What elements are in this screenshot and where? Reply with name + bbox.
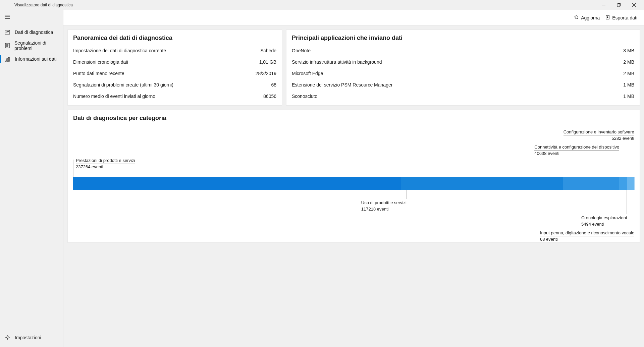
overview-card-title: Panoramica dei dati di diagnostica xyxy=(68,30,282,45)
chart-callout: Configurazione e inventario software5282… xyxy=(564,129,634,141)
refresh-button[interactable]: Aggiorna xyxy=(574,15,600,21)
callout-events: 5494 eventi xyxy=(581,221,627,227)
callout-title: Prestazioni di prodotti e servizi xyxy=(76,158,135,164)
chart-callout: Connettività e configurazione del dispos… xyxy=(534,144,619,156)
overview-row: Punto dati meno recente28/3/2019 xyxy=(73,68,276,79)
svg-rect-14 xyxy=(7,59,8,61)
hamburger-menu-button[interactable] xyxy=(1,11,14,23)
overview-value: 68 xyxy=(271,82,276,88)
svg-rect-2 xyxy=(617,4,620,7)
top-app-name: Estensione del servizio PSM Resource Man… xyxy=(292,82,392,88)
callout-title: Cronologia esplorazioni xyxy=(581,215,627,221)
close-button[interactable] xyxy=(626,0,641,10)
export-label: Esporta dati xyxy=(612,15,637,20)
sidebar-item-problem-reports[interactable]: Segnalazioni di problemi xyxy=(0,39,63,52)
sidebar-item-label: Dati di diagnostica xyxy=(15,30,53,35)
overview-key: Segnalazioni di problemi create (ultimi … xyxy=(73,82,173,88)
overview-value: Schede xyxy=(261,48,276,53)
bar-segment xyxy=(73,177,401,190)
sidebar-item-label: Informazioni sui dati xyxy=(15,56,57,62)
top-app-row: Sconosciuto1 MB xyxy=(292,91,634,102)
top-app-size: 2 MB xyxy=(623,71,634,76)
overview-key: Numero medio di eventi inviati al giorno xyxy=(73,94,155,99)
callout-events: 40638 eventi xyxy=(534,151,619,157)
callout-events: 237264 eventi xyxy=(76,164,135,170)
callout-title: Input penna, digitazione e riconosciment… xyxy=(540,230,634,236)
callout-title: Uso di prodotti e servizi xyxy=(361,200,407,206)
top-app-size: 1 MB xyxy=(623,82,634,88)
chart-callout: Uso di prodotti e servizi117218 eventi xyxy=(361,200,407,212)
sidebar-item-label: Impostazioni xyxy=(15,335,41,340)
sidebar-item-diagnostic-data[interactable]: Dati di diagnostica xyxy=(0,25,63,39)
svg-point-16 xyxy=(7,337,8,339)
bar-segment xyxy=(619,177,627,190)
stacked-bar xyxy=(73,177,634,190)
overview-value: 1,01 GB xyxy=(259,59,276,65)
overview-row: Segnalazioni di problemi create (ultimi … xyxy=(73,79,276,91)
bar-segment xyxy=(401,177,563,190)
top-app-row: OneNote3 MB xyxy=(292,45,634,56)
bar-segment xyxy=(563,177,619,190)
top-app-size: 3 MB xyxy=(623,48,634,53)
overview-key: Punto dati meno recente xyxy=(73,71,124,76)
top-app-name: OneNote xyxy=(292,48,311,53)
chart-callout: Input penna, digitazione e riconosciment… xyxy=(540,230,634,242)
overview-card: Panoramica dei dati di diagnostica Impos… xyxy=(67,30,282,106)
refresh-label: Aggiorna xyxy=(581,15,600,20)
top-app-size: 1 MB xyxy=(623,94,634,99)
diagnostic-data-icon xyxy=(4,29,11,36)
top-app-name: Microsoft Edge xyxy=(292,71,323,76)
callout-title: Connettività e configurazione del dispos… xyxy=(534,144,619,151)
chart-callout: Prestazioni di prodotti e servizi237264 … xyxy=(76,158,135,170)
category-card-title: Dati di diagnostica per categoria xyxy=(68,110,640,125)
sidebar-item-settings[interactable]: Impostazioni xyxy=(0,331,63,344)
overview-row: Dimensioni cronologia dati1,01 GB xyxy=(73,56,276,68)
svg-rect-13 xyxy=(5,60,6,61)
top-app-name: Sconosciuto xyxy=(292,94,317,99)
window-title: Visualizzatore dati di diagnostica xyxy=(3,3,73,7)
gear-icon xyxy=(4,334,11,341)
overview-row: Numero medio di eventi inviati al giorno… xyxy=(73,91,276,102)
top-app-size: 2 MB xyxy=(623,59,634,65)
overview-value: 28/3/2019 xyxy=(256,71,276,76)
bar-segment xyxy=(627,177,634,190)
about-data-icon xyxy=(4,56,11,62)
top-apps-card-title: Principali applicazioni che inviano dati xyxy=(286,30,640,45)
overview-value: 86056 xyxy=(263,94,276,99)
overview-row: Impostazione dei dati di diagnostica cor… xyxy=(73,45,276,56)
minimize-button[interactable] xyxy=(596,0,611,10)
overview-key: Dimensioni cronologia dati xyxy=(73,59,128,65)
overview-key: Impostazione dei dati di diagnostica cor… xyxy=(73,48,166,53)
sidebar-item-about-data[interactable]: Informazioni sui dati xyxy=(0,52,63,66)
callout-events: 5282 eventi xyxy=(564,135,634,141)
sidebar-item-label: Segnalazioni di problemi xyxy=(14,40,63,51)
svg-rect-15 xyxy=(8,57,9,61)
callout-events: 68 eventi xyxy=(540,236,634,242)
top-app-row: Servizio infrastruttura attività in back… xyxy=(292,56,634,68)
category-card: Dati di diagnostica per categoria Presta… xyxy=(67,110,640,243)
top-app-row: Estensione del servizio PSM Resource Man… xyxy=(292,79,634,91)
export-data-button[interactable]: Esporta dati xyxy=(605,15,637,21)
maximize-button[interactable] xyxy=(611,0,626,10)
export-icon xyxy=(605,15,610,21)
chart-callout: Cronologia esplorazioni5494 eventi xyxy=(581,215,627,227)
problem-reports-icon xyxy=(4,42,10,49)
top-app-name: Servizio infrastruttura attività in back… xyxy=(292,59,382,65)
top-apps-card: Principali applicazioni che inviano dati… xyxy=(286,30,640,106)
top-app-row: Microsoft Edge2 MB xyxy=(292,68,634,79)
callout-title: Configurazione e inventario software xyxy=(564,129,634,135)
callout-events: 117218 eventi xyxy=(361,206,407,212)
refresh-icon xyxy=(574,15,579,21)
